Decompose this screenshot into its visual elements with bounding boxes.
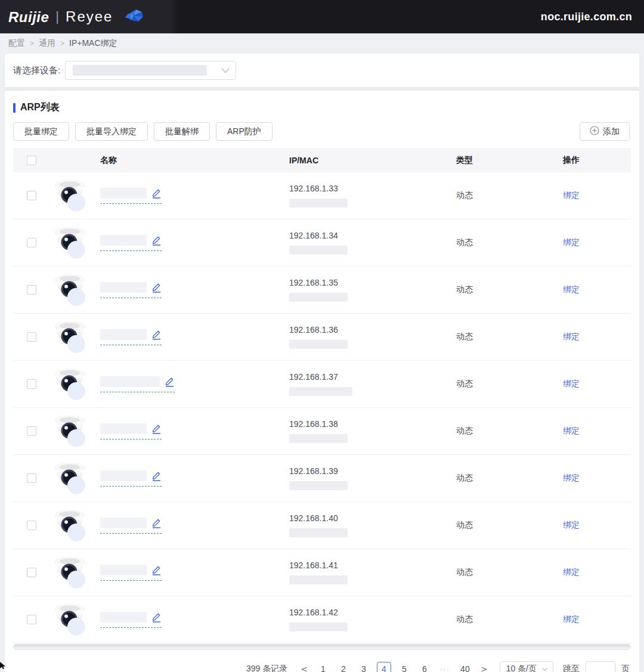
column-header-ipmac: IP/MAC (277, 156, 444, 165)
top-navbar: Ruijie | Reyee noc.ruijie.com.cn (0, 0, 644, 33)
device-name-editable[interactable] (100, 612, 162, 628)
row-action-cell: 绑定 (552, 379, 631, 389)
row-checkbox[interactable] (27, 332, 36, 342)
row-name-cell (50, 555, 277, 590)
table-header-row: 名称 IP/MAC 类型 操作 (13, 148, 631, 172)
row-checkbox[interactable] (27, 615, 36, 624)
breadcrumb-item-config[interactable]: 配置 (8, 38, 25, 49)
row-checkbox[interactable] (27, 521, 36, 530)
device-name-editable[interactable] (100, 470, 162, 487)
next-page-arrow[interactable]: > (478, 664, 490, 672)
device-name-editable[interactable] (100, 329, 162, 345)
add-button[interactable]: 添加 (580, 122, 630, 141)
row-checkbox[interactable] (27, 426, 36, 436)
edit-pencil-icon[interactable] (151, 470, 162, 481)
ip-address: 192.168.1.36 (289, 325, 444, 335)
device-name-editable[interactable] (100, 188, 162, 204)
ip-address: 192.168.1.33 (289, 184, 444, 193)
batch-bind-button[interactable]: 批量绑定 (13, 122, 69, 141)
dome-camera-icon (53, 555, 88, 590)
bind-link[interactable]: 绑定 (563, 520, 580, 529)
bind-link[interactable]: 绑定 (563, 567, 580, 577)
breadcrumb-separator: > (60, 39, 64, 48)
arp-type: 动态 (456, 426, 473, 435)
page-number-6[interactable]: 6 (417, 662, 432, 672)
breadcrumb-separator: > (30, 39, 34, 48)
device-name-editable[interactable] (100, 565, 162, 581)
bind-link[interactable]: 绑定 (563, 473, 580, 482)
row-action-cell: 绑定 (552, 332, 631, 342)
page-number-5[interactable]: 5 (397, 662, 411, 672)
table-row: 192.168.1.34 动态 绑定 (13, 219, 631, 267)
arp-type: 动态 (456, 332, 473, 341)
device-name-editable[interactable] (100, 423, 162, 439)
arp-type: 动态 (456, 520, 473, 529)
bind-link[interactable]: 绑定 (563, 190, 580, 200)
arp-type: 动态 (456, 237, 473, 247)
row-checkbox[interactable] (27, 285, 36, 295)
page-number-40[interactable]: 40 (458, 662, 472, 672)
row-checkbox[interactable] (27, 568, 36, 577)
bind-link[interactable]: 绑定 (563, 614, 580, 624)
device-select-dropdown[interactable] (65, 61, 236, 80)
arp-table: 名称 IP/MAC 类型 操作 (13, 148, 631, 643)
page-number-1[interactable]: 1 (316, 662, 330, 672)
device-name-editable[interactable] (100, 235, 162, 251)
page-size-select[interactable]: 10 条/页 (500, 661, 553, 672)
pagination: 399 条记录 < 123456···40 > 10 条/页 跳至 页 (13, 650, 631, 672)
prev-page-arrow[interactable]: < (298, 664, 310, 672)
batch-import-bind-button[interactable]: 批量导入绑定 (75, 122, 148, 141)
edit-pencil-icon[interactable] (151, 329, 162, 340)
bind-link[interactable]: 绑定 (563, 426, 580, 435)
edit-pencil-icon[interactable] (151, 188, 162, 199)
mac-address-redacted (289, 481, 348, 490)
device-name-editable[interactable] (100, 518, 162, 534)
edit-pencil-icon[interactable] (151, 423, 162, 434)
select-all-checkbox[interactable] (27, 156, 36, 165)
device-select-redacted-value (73, 65, 207, 76)
arp-type: 动态 (456, 614, 473, 624)
row-name-cell (50, 319, 277, 355)
bind-link[interactable]: 绑定 (563, 379, 580, 388)
arp-type: 动态 (456, 473, 473, 482)
bind-link[interactable]: 绑定 (563, 237, 580, 247)
breadcrumb-item-general[interactable]: 通用 (39, 38, 55, 49)
ip-address: 192.168.1.39 (289, 466, 444, 476)
row-checkbox[interactable] (27, 191, 36, 200)
table-body: 192.168.1.33 动态 绑定 (13, 172, 631, 643)
page-unit-label: 页 (621, 664, 630, 672)
row-checkbox[interactable] (27, 473, 36, 483)
row-ipmac-cell: 192.168.1.33 (277, 184, 444, 208)
arp-guard-button[interactable]: ARP防护 (216, 122, 273, 141)
horizontal-scrollbar[interactable] (13, 644, 631, 650)
bind-link[interactable]: 绑定 (563, 332, 580, 341)
device-name-editable[interactable] (100, 282, 162, 298)
row-checkbox-cell (13, 379, 50, 389)
edit-pencil-icon[interactable] (165, 376, 175, 387)
page-number-2[interactable]: 2 (336, 662, 351, 672)
table-row: 192.168.1.42 动态 绑定 (13, 596, 631, 643)
device-name-redacted (100, 470, 147, 481)
device-name-redacted (100, 329, 147, 340)
row-checkbox[interactable] (27, 379, 36, 389)
edit-pencil-icon[interactable] (151, 612, 162, 623)
row-checkbox-cell (13, 285, 50, 295)
mac-address-redacted (289, 340, 348, 349)
device-name-redacted (100, 518, 147, 528)
edit-pencil-icon[interactable] (151, 565, 162, 575)
edit-pencil-icon[interactable] (151, 518, 162, 528)
device-selector-label: 请选择设备: (13, 65, 60, 76)
column-header-type: 类型 (444, 155, 552, 166)
row-type-cell: 动态 (444, 520, 552, 531)
page-number-4[interactable]: 4 (377, 662, 391, 672)
edit-pencil-icon[interactable] (151, 235, 162, 246)
jump-to-page-input[interactable] (586, 661, 615, 672)
row-checkbox[interactable] (27, 238, 36, 247)
batch-unbind-button[interactable]: 批量解绑 (154, 122, 210, 141)
page-number-3[interactable]: 3 (357, 662, 371, 672)
device-name-editable[interactable] (100, 376, 175, 392)
bind-link[interactable]: 绑定 (563, 284, 580, 294)
edit-pencil-icon[interactable] (151, 282, 162, 293)
row-name-cell (50, 413, 277, 449)
dome-camera-icon (53, 272, 88, 308)
